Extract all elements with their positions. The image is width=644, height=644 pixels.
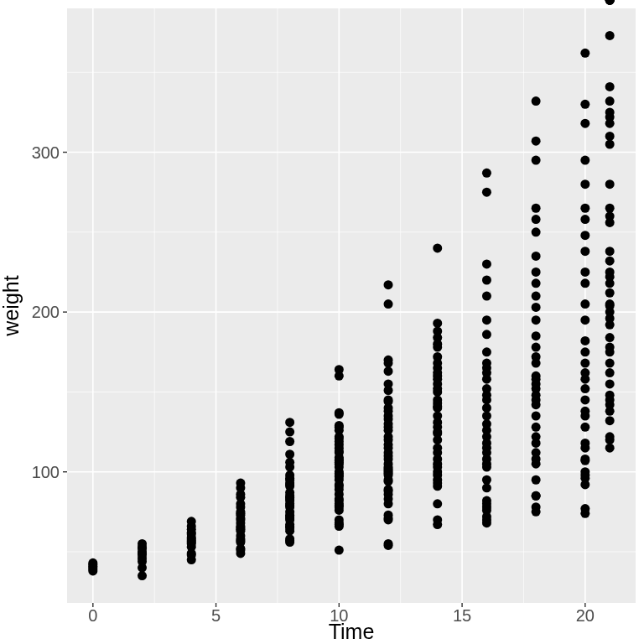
data-point [605,368,615,377]
data-point [580,359,589,368]
data-point [384,366,393,376]
data-point [532,303,541,312]
data-point [605,31,615,40]
data-point [605,247,615,256]
data-point [482,384,491,393]
data-point [384,299,393,309]
data-point [605,288,615,298]
data-point [384,539,393,548]
data-point [482,259,491,268]
data-point [605,416,615,425]
data-point [285,418,294,427]
data-point [433,319,442,328]
data-point [605,132,615,141]
x-tick-label: 15 [453,606,471,625]
data-point [580,100,589,109]
x-tick-label: 5 [211,606,221,625]
data-point [580,267,589,277]
data-point [532,267,541,277]
data-point [580,204,589,213]
data-point [433,515,442,524]
data-point [605,432,615,441]
data-point [580,179,589,189]
data-point [532,215,541,224]
data-point [482,483,491,492]
data-point [532,432,541,441]
data-point [605,299,615,309]
data-point [580,336,589,345]
data-point [605,140,615,149]
data-point [384,395,393,404]
data-point [532,278,541,288]
data-point [580,49,589,58]
data-point [532,412,541,421]
data-point [580,315,589,325]
data-point [433,412,442,421]
data-point [482,169,491,178]
y-tick-label: 200 [32,303,60,321]
data-point [236,479,245,488]
data-point [532,475,541,485]
data-point [605,343,615,352]
data-point [580,470,589,480]
data-point [433,444,442,453]
data-point [88,558,97,568]
data-point [482,496,491,506]
data-point [532,448,541,457]
data-point [580,407,589,416]
x-tick-label: 0 [88,606,97,625]
data-point [285,437,294,446]
data-point [605,107,615,117]
data-point [482,188,491,197]
data-point [605,0,615,5]
data-point [580,156,589,165]
data-point [482,292,491,301]
x-tick-label: 20 [576,606,595,625]
data-point [285,534,294,543]
data-point [532,331,541,340]
data-point [532,252,541,261]
data-point [580,504,589,513]
data-point [580,278,589,288]
data-point [384,511,393,520]
data-point [532,423,541,432]
data-point [580,347,589,356]
data-point [335,515,344,524]
data-point [433,499,442,508]
data-point [605,333,615,342]
data-point [580,299,589,309]
data-point [532,137,541,146]
data-point [433,326,442,335]
data-point [532,343,541,352]
data-point [482,419,491,428]
data-point [605,391,615,400]
data-point [482,330,491,339]
data-point [335,421,344,430]
data-point [187,517,196,526]
data-point [482,412,491,421]
y-tick-label: 300 [32,143,60,162]
y-axis-title: weight [0,275,23,336]
data-point [335,365,344,374]
data-point [605,257,615,266]
data-point [285,470,294,480]
data-point [482,506,491,515]
data-point [384,280,393,289]
data-point [580,456,589,465]
data-point [433,395,442,404]
x-axis-title: Time [329,620,375,643]
data-point [285,449,294,459]
data-point [384,379,393,388]
data-point [482,276,491,285]
data-point [532,491,541,501]
data-point [605,379,615,388]
data-point [580,395,589,404]
data-point [532,315,541,325]
data-point [482,359,491,368]
data-point [335,546,344,555]
data-point [580,231,589,240]
data-point [532,371,541,381]
data-point [532,156,541,165]
plot-svg: 05101520100200300Timeweight [0,0,644,644]
data-point [482,315,491,325]
